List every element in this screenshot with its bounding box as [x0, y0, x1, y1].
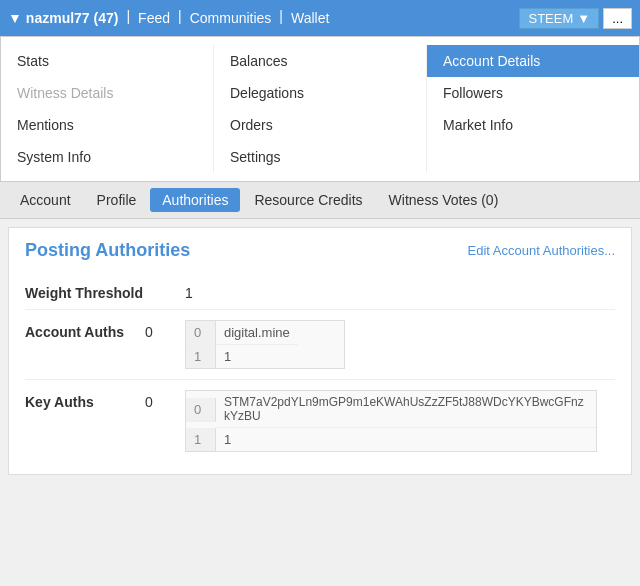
menu-settings[interactable]: Settings: [214, 141, 426, 173]
menu-followers[interactable]: Followers: [427, 77, 639, 109]
tab-profile[interactable]: Profile: [85, 188, 149, 212]
table-cell-num: 0: [186, 398, 216, 422]
weight-threshold-label: Weight Threshold: [25, 285, 185, 301]
table-cell-value: 1: [216, 428, 239, 451]
menu-stats[interactable]: Stats: [1, 45, 213, 77]
edit-authorities-link[interactable]: Edit Account Authorities...: [468, 243, 615, 258]
menu-system-info[interactable]: System Info: [1, 141, 213, 173]
key-auths-label: Key Auths: [25, 390, 145, 410]
table-row: 0 STM7aV2pdYLn9mGP9m1eKWAhUsZzZF5tJ88WDc…: [186, 391, 596, 428]
weight-threshold-value: 1: [185, 285, 193, 301]
table-cell-num: 1: [186, 428, 216, 451]
key-auths-table: 0 STM7aV2pdYLn9mGP9m1eKWAhUsZzZF5tJ88WDc…: [185, 390, 597, 452]
menu-balances[interactable]: Balances: [214, 45, 426, 77]
table-cell-key: STM7aV2pdYLn9mGP9m1eKWAhUsZzZF5tJ88WDcYK…: [216, 391, 596, 428]
nav-sep2: |: [178, 8, 182, 28]
key-auths-row: Key Auths 0 0 STM7aV2pdYLn9mGP9m1eKWAhUs…: [25, 379, 615, 462]
account-auths-label: Account Auths: [25, 320, 145, 340]
tab-witness-votes[interactable]: Witness Votes (0): [377, 188, 511, 212]
table-cell-value: digital.mine: [216, 321, 298, 345]
menu-account-details[interactable]: Account Details: [427, 45, 639, 77]
account-auths-table: 0 digital.mine 1 1: [185, 320, 345, 369]
top-nav: ▼ nazmul77 (47) | Feed | Communities | W…: [0, 0, 640, 36]
nav-communities[interactable]: Communities: [186, 8, 276, 28]
tab-resource-credits[interactable]: Resource Credits: [242, 188, 374, 212]
section-title: Posting Authorities: [25, 240, 190, 261]
nav-sep3: |: [279, 8, 283, 28]
tab-authorities[interactable]: Authorities: [150, 188, 240, 212]
steem-button[interactable]: STEEM ▼: [519, 8, 599, 29]
key-auths-weight: 0: [145, 390, 185, 410]
dropdown-menu: Stats Witness Details Mentions System In…: [0, 36, 640, 182]
dropdown-col-2: Balances Delegations Orders Settings: [214, 45, 427, 173]
table-row: 1 1: [186, 345, 344, 368]
nav-wallet[interactable]: Wallet: [287, 8, 333, 28]
nav-feed[interactable]: Feed: [134, 8, 174, 28]
menu-delegations[interactable]: Delegations: [214, 77, 426, 109]
menu-mentions[interactable]: Mentions: [1, 109, 213, 141]
sub-tabs: Account Profile Authorities Resource Cre…: [0, 182, 640, 219]
menu-orders[interactable]: Orders: [214, 109, 426, 141]
table-row: 0 digital.mine: [186, 321, 344, 345]
tab-account[interactable]: Account: [8, 188, 83, 212]
more-button[interactable]: ...: [603, 8, 632, 29]
nav-sep1: |: [126, 8, 130, 28]
table-row: 1 1: [186, 428, 596, 451]
brand-arrow: ▼: [8, 10, 22, 26]
nav-links: | Feed | Communities | Wallet: [126, 8, 333, 28]
nav-right: STEEM ▼ ...: [519, 8, 632, 29]
content-area: Posting Authorities Edit Account Authori…: [8, 227, 632, 475]
dropdown-col-1: Stats Witness Details Mentions System In…: [1, 45, 214, 173]
brand-name: nazmul77 (47): [26, 10, 119, 26]
menu-market-info[interactable]: Market Info: [427, 109, 639, 141]
account-auths-weight: 0: [145, 320, 185, 340]
table-cell-num: 0: [186, 321, 216, 345]
table-cell-value: 1: [216, 345, 239, 368]
table-cell-num: 1: [186, 345, 216, 368]
section-header: Posting Authorities Edit Account Authori…: [25, 240, 615, 261]
brand: ▼ nazmul77 (47): [8, 10, 118, 26]
weight-threshold-row: Weight Threshold 1: [25, 277, 615, 309]
menu-witness-details: Witness Details: [1, 77, 213, 109]
account-auths-row: Account Auths 0 0 digital.mine 1 1: [25, 309, 615, 379]
dropdown-col-3: Account Details Followers Market Info: [427, 45, 639, 173]
